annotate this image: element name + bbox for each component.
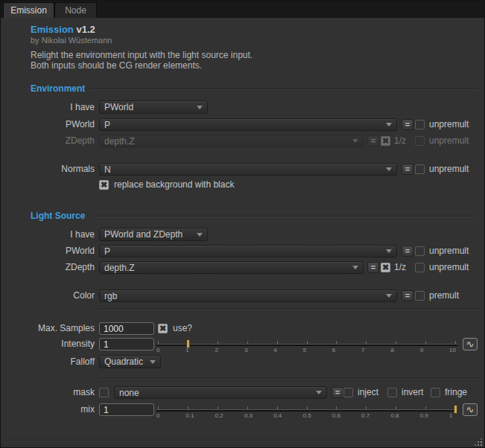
- mask-label: mask: [1, 386, 95, 399]
- env-pworld-label: PWorld: [1, 118, 95, 131]
- env-i-have-value: PWorld: [104, 102, 194, 112]
- intensity-slider[interactable]: 012345678910: [155, 339, 460, 354]
- mix-input[interactable]: [99, 403, 154, 416]
- chevron-down-icon: [316, 391, 322, 394]
- chevron-down-icon: [352, 139, 358, 143]
- slider-tick-label: 0.2: [215, 412, 224, 419]
- env-zdepth-invz-checkbox[interactable]: ✖: [381, 136, 390, 146]
- env-pworld-unpremult-checkbox[interactable]: [415, 120, 425, 129]
- slider-tick-label: 1: [449, 412, 452, 419]
- env-pworld-dropdown[interactable]: P: [99, 118, 397, 131]
- mask-row: mask none = inject invert fringe: [1, 386, 484, 401]
- slider-handle[interactable]: [186, 339, 190, 348]
- light-color-dropdown[interactable]: rgb: [99, 289, 397, 302]
- intensity-label: Intensity: [1, 338, 95, 351]
- light-zdepth-invz-label: 1/z: [394, 261, 406, 274]
- slider-tick: [336, 406, 337, 409]
- slider-tick: [455, 341, 456, 344]
- light-zdepth-equals-button[interactable]: =: [367, 262, 379, 273]
- light-pworld-dropdown[interactable]: P: [99, 245, 397, 257]
- resize-grip[interactable]: [473, 437, 482, 446]
- slider-tick-label: 6: [332, 347, 335, 353]
- light-zdepth-dropdown[interactable]: depth.Z: [99, 261, 364, 274]
- x-mark-icon: ✖: [101, 180, 107, 189]
- env-zdepth-unpremult-label: unpremult: [429, 135, 469, 147]
- section-light-source: Light Source: [31, 211, 478, 221]
- slider-tick: [247, 341, 248, 344]
- light-pworld-row: PWorld P = unpremult: [1, 245, 484, 260]
- mask-dropdown[interactable]: none: [114, 386, 327, 399]
- max-samples-label: Max. Samples: [1, 322, 95, 335]
- mask-fringe-checkbox[interactable]: [431, 388, 440, 397]
- gizmo-name: Emission: [31, 24, 74, 35]
- env-pworld-equals-button[interactable]: =: [402, 119, 413, 130]
- slider-tick-label: 0.7: [361, 412, 370, 419]
- env-replace-bg-label: replace background with black: [114, 179, 234, 191]
- mask-enable-checkbox[interactable]: [99, 388, 109, 397]
- light-zdepth-unpremult-checkbox[interactable]: [415, 263, 425, 272]
- max-samples-use-checkbox[interactable]: ✖: [158, 324, 168, 333]
- falloff-row: Falloff Quadratic: [1, 355, 484, 370]
- intensity-curve-button[interactable]: ∿: [463, 338, 478, 351]
- mask-inject-checkbox[interactable]: [343, 388, 353, 397]
- env-zdepth-label: ZDepth: [1, 135, 95, 147]
- mask-equals-button[interactable]: =: [332, 387, 343, 398]
- env-i-have-dropdown[interactable]: PWorld: [99, 100, 208, 114]
- mix-curve-button[interactable]: ∿: [463, 403, 478, 416]
- slider-tick: [366, 406, 367, 409]
- light-i-have-label: I have: [1, 228, 95, 241]
- chevron-down-icon: [386, 294, 392, 298]
- env-replace-bg-checkbox[interactable]: ✖: [99, 180, 109, 190]
- slider-tick: [366, 341, 367, 344]
- slider-tick: [158, 406, 159, 409]
- x-mark-icon: ✖: [382, 263, 389, 272]
- light-color-equals-button[interactable]: =: [402, 290, 413, 301]
- slider-tick: [218, 341, 218, 344]
- slider-tick-label: 9: [420, 347, 423, 353]
- slider-tick-label: 10: [449, 347, 456, 353]
- slider-tick-label: 0: [156, 347, 159, 353]
- slider-track[interactable]: [156, 344, 458, 346]
- slider-track[interactable]: [156, 409, 458, 412]
- falloff-dropdown[interactable]: Quadratic: [99, 355, 161, 368]
- env-replace-bg-row: ✖ replace background with black: [1, 179, 484, 194]
- intensity-input[interactable]: [99, 338, 154, 351]
- light-i-have-value: PWorld and ZDepth: [104, 229, 194, 240]
- env-zdepth-equals-button[interactable]: =: [367, 135, 379, 147]
- env-normals-unpremult-checkbox[interactable]: [415, 164, 425, 174]
- mix-row: mix 00.10.20.30.40.50.60.70.80.91 ∿: [1, 403, 484, 418]
- slider-tick: [188, 406, 188, 409]
- gizmo-title: Emission v1.2: [31, 24, 95, 35]
- tab-node[interactable]: Node: [54, 2, 97, 18]
- light-pworld-label: PWorld: [1, 245, 95, 257]
- light-pworld-value: P: [104, 246, 383, 257]
- env-normals-equals-button[interactable]: =: [402, 164, 413, 175]
- max-samples-use-label: use?: [173, 322, 192, 335]
- slider-tick-label: 0.3: [244, 412, 253, 419]
- light-i-have-row: I have PWorld and ZDepth: [1, 228, 484, 243]
- env-normals-dropdown[interactable]: N: [99, 163, 397, 176]
- env-pworld-row: PWorld P = unpremult: [1, 118, 484, 133]
- light-color-premult-checkbox[interactable]: [415, 291, 425, 301]
- slider-tick: [307, 341, 308, 344]
- slider-handle[interactable]: [454, 405, 457, 414]
- light-i-have-dropdown[interactable]: PWorld and ZDepth: [99, 228, 208, 241]
- mix-slider[interactable]: 00.10.20.30.40.50.60.70.80.91: [155, 405, 460, 420]
- env-zdepth-unpremult-checkbox[interactable]: [415, 136, 425, 146]
- light-pworld-equals-button[interactable]: =: [402, 246, 413, 257]
- section-environment: Environment: [31, 83, 478, 94]
- light-zdepth-invz-checkbox[interactable]: ✖: [381, 263, 390, 272]
- chevron-down-icon: [352, 266, 358, 269]
- falloff-label: Falloff: [1, 355, 95, 368]
- env-zdepth-dropdown[interactable]: depth.Z: [99, 135, 364, 147]
- max-samples-input[interactable]: [99, 322, 154, 335]
- mask-invert-checkbox[interactable]: [387, 388, 397, 397]
- x-mark-icon: ✖: [382, 136, 389, 145]
- light-pworld-unpremult-checkbox[interactable]: [415, 246, 425, 256]
- slider-tick: [277, 406, 278, 409]
- section-divider-line: [91, 216, 478, 217]
- tab-emission[interactable]: Emission: [3, 2, 54, 18]
- intensity-row: Intensity 012345678910 ∿: [1, 338, 484, 353]
- slider-tick: [425, 341, 426, 344]
- section-divider-line: [91, 89, 478, 89]
